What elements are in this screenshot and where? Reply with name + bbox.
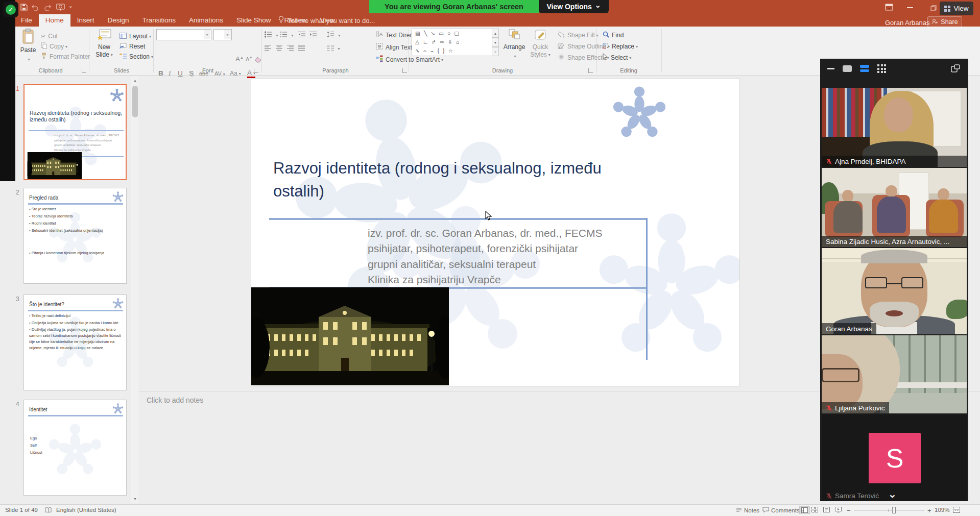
clear-formatting-button[interactable] (255, 56, 261, 65)
slide-subtitle-line[interactable]: grupni analitičar, seksualni terapeut (368, 257, 684, 273)
zoom-in-button[interactable]: + (927, 507, 931, 514)
arrange-button[interactable]: Arrange (503, 29, 526, 61)
qat-customize-icon[interactable] (68, 3, 73, 9)
shapes-row-1[interactable]: ▤╲↘▭○▢ (412, 29, 492, 38)
fit-to-window-button[interactable] (953, 507, 960, 513)
shapes-gallery[interactable]: ▤╲↘▭○▢ △∟↱⇨⇩⌂ ∿⌢⌣{}☆ (412, 29, 492, 56)
slide-subtitle-line[interactable]: psihijatar, psihoterapeut, forenzički ps… (368, 241, 684, 257)
participant-tile-group[interactable]: Sabina Zijadic Husic, Azra Arnautovic, .… (822, 168, 967, 247)
align-text-button[interactable]: Align Text (376, 43, 416, 52)
shapes-row-3[interactable]: ∿⌢⌣{}☆ (412, 46, 492, 55)
slide-subtitle-line[interactable]: Klinika za psihijatriju Vrapče (368, 272, 684, 288)
font-dialog-launcher[interactable] (254, 68, 258, 73)
speaker-view-icon[interactable] (843, 65, 852, 72)
cut-button[interactable]: ✂ Cut (41, 32, 58, 41)
save-icon[interactable] (20, 4, 28, 13)
convert-smartart-button[interactable]: Convert to SmartArt (376, 55, 443, 64)
justify-button[interactable] (298, 44, 305, 53)
tab-design[interactable]: Design (101, 14, 136, 27)
notes-toggle[interactable]: Notes (736, 507, 759, 514)
shape-fill-button[interactable]: Shape Fill (558, 31, 598, 40)
format-painter-button[interactable]: Format Painter (41, 52, 90, 61)
comments-toggle[interactable]: Comments (762, 507, 800, 514)
slide-title[interactable]: Razvoj identiteta (rodnog i seksualnog, … (273, 157, 646, 203)
strip-view-icon[interactable] (860, 65, 869, 72)
pop-out-panel-icon[interactable] (951, 64, 960, 75)
participant-tile-ljiljana[interactable]: Ljiljana Purkovic (822, 335, 967, 413)
tell-me-box[interactable]: Tell me what you want to do... (278, 16, 375, 25)
view-options-button[interactable]: View Options (539, 0, 609, 13)
drawing-dialog-launcher[interactable] (588, 68, 593, 73)
share-button[interactable]: Share (927, 16, 962, 28)
minimize-button[interactable] (907, 7, 913, 8)
paste-button[interactable]: Paste (17, 29, 39, 64)
tab-animations[interactable]: Animations (182, 14, 230, 27)
align-left-button[interactable] (265, 44, 272, 53)
slide-subtitle-line[interactable]: izv. prof. dr. sc. Goran Arbanas, dr. me… (368, 226, 684, 241)
normal-view-button[interactable] (799, 506, 810, 514)
slide-thumbnail-3[interactable]: Što je identitet? Teško je naći definici… (23, 294, 127, 390)
undo-icon[interactable] (31, 4, 39, 13)
redo-icon[interactable] (44, 4, 52, 13)
shapes-row-2[interactable]: △∟↱⇨⇩⌂ (412, 38, 492, 46)
shapes-scroll-up[interactable]: ▲ (492, 29, 499, 38)
shape-outline-button[interactable]: Shape Outline (558, 42, 610, 51)
font-size-combobox[interactable]: ▾ (213, 29, 232, 40)
notes-placeholder[interactable]: Click to add notes (147, 396, 203, 404)
reset-button[interactable]: Reset (119, 42, 145, 51)
participant-tile-ajna[interactable]: Ajna Prndelj, BHIDAPA (822, 88, 967, 167)
select-button[interactable]: Select (603, 53, 631, 62)
shape-effects-button[interactable]: Shape Effects (558, 53, 609, 62)
slide-editor[interactable]: Razvoj identiteta (rodnog i seksualnog, … (251, 79, 739, 386)
slideshow-view-button[interactable] (835, 507, 842, 512)
reading-view-button[interactable] (823, 507, 830, 512)
layout-button[interactable]: Layout (119, 32, 151, 41)
line-spacing-button[interactable] (327, 31, 340, 40)
scrollbar-thumb[interactable] (132, 86, 138, 117)
align-center-button[interactable] (276, 44, 283, 53)
tab-slideshow[interactable]: Slide Show (230, 14, 278, 27)
participant-tile-samra[interactable]: S Samra Terović (822, 414, 967, 501)
align-right-button[interactable] (287, 44, 294, 53)
shrink-font-button[interactable]: A▼ (246, 56, 252, 62)
restore-button[interactable] (930, 4, 937, 13)
minimize-panel-icon[interactable] (827, 68, 834, 69)
security-shield-icon[interactable]: ✓ (3, 2, 18, 17)
tab-file[interactable]: File (14, 14, 39, 27)
thumbnails-scrollbar[interactable]: ▲ ▼ (131, 77, 138, 503)
participant-tile-goran[interactable]: Goran Arbanas (822, 248, 967, 334)
start-slideshow-icon[interactable] (56, 4, 65, 13)
scroll-up-icon[interactable]: ▲ (131, 77, 139, 84)
collapse-chevron-icon[interactable] (888, 488, 897, 500)
language-indicator[interactable]: English (United States) (56, 507, 116, 513)
quick-styles-button[interactable]: Quick Styles (528, 29, 553, 58)
clipboard-dialog-launcher[interactable] (82, 68, 86, 73)
columns-button[interactable] (327, 44, 340, 53)
scroll-down-icon[interactable]: ▼ (131, 495, 139, 503)
spellcheck-icon[interactable] (45, 507, 52, 513)
replace-button[interactable]: abac Replace (603, 42, 638, 51)
paragraph-dialog-launcher[interactable] (402, 68, 407, 73)
zoom-slider-thumb[interactable] (892, 507, 896, 513)
slide-thumbnail-4[interactable]: Identitet Ego Self Ličnost (23, 400, 127, 496)
slide-thumbnail-2[interactable]: Pregled rada Što je identitet Teorije ra… (23, 188, 127, 284)
decrease-indent-button[interactable] (298, 31, 306, 40)
ribbon-display-options-icon[interactable] (885, 4, 893, 13)
slide-sorter-view-button[interactable] (811, 507, 818, 512)
new-slide-button[interactable]: New Slide (92, 29, 116, 58)
numbering-button[interactable] (280, 31, 293, 40)
bullets-button[interactable] (265, 31, 278, 40)
account-name[interactable]: Goran Arbanas (885, 19, 929, 27)
font-name-combobox[interactable]: ▾ (156, 29, 211, 40)
grow-font-button[interactable]: A▲ (235, 55, 244, 63)
shapes-scroll-down[interactable]: ▼ (492, 38, 499, 47)
slide-thumbnail-1[interactable]: Razvoj identiteta (rodnog i seksualnog, … (23, 84, 127, 180)
tab-insert[interactable]: Insert (70, 14, 101, 27)
zoom-out-button[interactable]: − (847, 507, 851, 514)
gallery-view-icon[interactable] (877, 64, 886, 73)
shapes-more-button[interactable]: ▿ (492, 47, 499, 56)
zoom-percentage[interactable]: 109% (935, 507, 949, 513)
tab-transitions[interactable]: Transitions (136, 14, 183, 27)
find-button[interactable]: Find (603, 31, 624, 40)
copy-button[interactable]: Copy (41, 42, 67, 51)
